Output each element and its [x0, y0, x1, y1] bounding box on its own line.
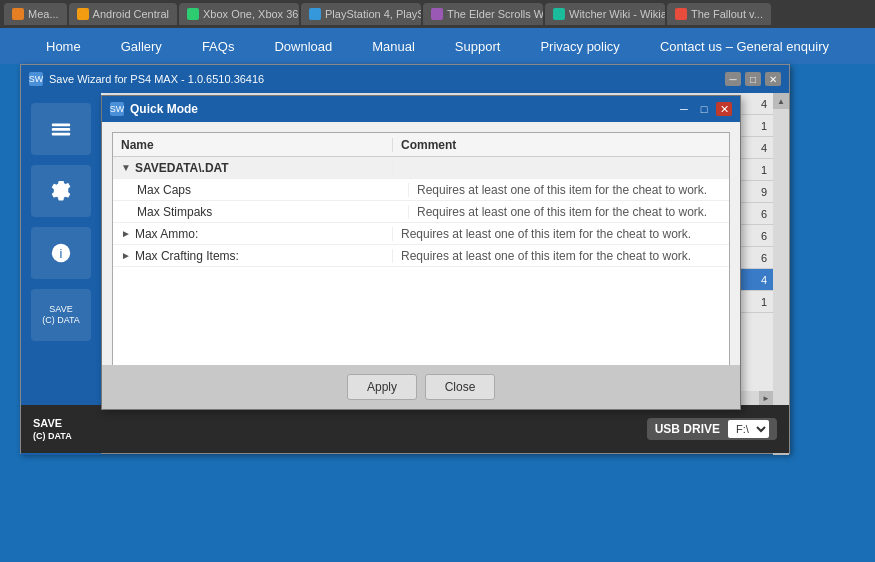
table-row-group-1[interactable]: ▼ SAVEDATA\.DAT [113, 157, 729, 179]
expand-icon-1[interactable]: ▼ [121, 162, 131, 173]
nav-download[interactable]: Download [266, 35, 340, 58]
save-wizard-title: Save Wizard for PS4 MAX - 1.0.6510.36416 [49, 73, 264, 85]
col-comment-header: Comment [393, 138, 729, 152]
nav-contact[interactable]: Contact us – General enquiry [652, 35, 837, 58]
tab-icon-7 [675, 8, 687, 20]
save-wizard-sidebar: i SAVE(C) DATA [21, 93, 101, 455]
tab-icon-4 [309, 8, 321, 20]
qm-minimize-button[interactable]: ─ [676, 102, 692, 116]
nav-home[interactable]: Home [38, 35, 89, 58]
quick-mode-titlebar: SW Quick Mode ─ □ ✕ [102, 96, 740, 122]
browser-tab-1[interactable]: Mea... [4, 3, 67, 25]
expand-icon-ammo[interactable]: ► [121, 228, 131, 239]
svg-rect-2 [52, 133, 70, 136]
browser-tab-4[interactable]: PlayStation 4, PlaySta... [301, 3, 421, 25]
close-button[interactable]: ✕ [765, 72, 781, 86]
quick-mode-dialog: SW Quick Mode ─ □ ✕ Name Comment [101, 95, 741, 410]
quick-mode-title: Quick Mode [130, 102, 198, 116]
browser-tabs: Mea... Android Central Xbox One, Xbox 36… [0, 0, 875, 28]
sidebar-save[interactable]: SAVE(C) DATA [31, 289, 91, 341]
apply-button[interactable]: Apply [347, 374, 417, 400]
usb-area: USB DRIVE F:\ [647, 418, 777, 440]
browser-tab-2[interactable]: Android Central [69, 3, 177, 25]
tab-icon-6 [553, 8, 565, 20]
minimize-button[interactable]: ─ [725, 72, 741, 86]
info-icon: i [50, 242, 72, 264]
table-row-max-crafting[interactable]: ► Max Crafting Items: Requires at least … [113, 245, 729, 267]
sidebar-settings[interactable] [31, 165, 91, 217]
save-label: SAVE(C) DATA [33, 417, 72, 441]
main-background: SW Save Wizard for PS4 MAX - 1.0.6510.36… [0, 64, 875, 562]
nav-bar: Home Gallery FAQs Download Manual Suppor… [0, 28, 875, 64]
save-wizard-controls: ─ □ ✕ [725, 72, 781, 86]
qm-maximize-button[interactable]: □ [696, 102, 712, 116]
browser-tab-6[interactable]: Witcher Wiki - Wikia [545, 3, 665, 25]
usb-label: USB DRIVE [655, 422, 720, 436]
col-name-header: Name [113, 138, 393, 152]
sidebar-toggle[interactable] [31, 103, 91, 155]
nav-gallery[interactable]: Gallery [113, 35, 170, 58]
table-header: Name Comment [113, 133, 729, 157]
qm-close-button[interactable]: ✕ [716, 102, 732, 116]
sidebar-info[interactable]: i [31, 227, 91, 279]
quick-mode-table: Name Comment ▼ SAVEDATA\.DAT [112, 132, 730, 367]
nav-faqs[interactable]: FAQs [194, 35, 243, 58]
table-row-max-caps[interactable]: Max Caps Requires at least one of this i… [113, 179, 729, 201]
nav-support[interactable]: Support [447, 35, 509, 58]
save-wizard-window: SW Save Wizard for PS4 MAX - 1.0.6510.36… [20, 64, 790, 454]
save-wizard-icon: SW [29, 72, 43, 86]
maximize-button[interactable]: □ [745, 72, 761, 86]
svg-rect-1 [52, 128, 70, 131]
nav-privacy[interactable]: Privacy policy [532, 35, 627, 58]
dialog-buttons: Apply Close [102, 365, 740, 409]
browser-tab-3[interactable]: Xbox One, Xbox 360 [179, 3, 299, 25]
browser-tab-7[interactable]: The Fallout v... [667, 3, 771, 25]
usb-drive-select[interactable]: F:\ [728, 420, 769, 438]
tab-icon-1 [12, 8, 24, 20]
svg-text:i: i [60, 246, 63, 261]
scroll-right-button[interactable]: ► [759, 391, 773, 405]
tab-icon-2 [77, 8, 89, 20]
scroll-track[interactable] [773, 109, 789, 439]
quick-mode-icon: SW [110, 102, 124, 116]
tab-icon-3 [187, 8, 199, 20]
svg-rect-0 [52, 124, 70, 127]
expand-icon-crafting[interactable]: ► [121, 250, 131, 261]
scroll-up-button[interactable]: ▲ [773, 93, 789, 109]
table-body: ▼ SAVEDATA\.DAT Max Caps Requires at lea… [113, 157, 729, 366]
gear-icon [50, 180, 72, 202]
tab-icon-5 [431, 8, 443, 20]
sidebar-save-label: SAVE(C) DATA [42, 304, 80, 326]
browser-tab-5[interactable]: The Elder Scrolls Wiki [423, 3, 543, 25]
status-bar: SAVE(C) DATA USB DRIVE F:\ [21, 405, 789, 453]
table-row-max-ammo[interactable]: ► Max Ammo: Requires at least one of thi… [113, 223, 729, 245]
save-wizard-titlebar: SW Save Wizard for PS4 MAX - 1.0.6510.36… [21, 65, 789, 93]
toggle-icon [50, 118, 72, 140]
nav-manual[interactable]: Manual [364, 35, 423, 58]
table-row-max-stimpaks[interactable]: Max Stimpaks Requires at least one of th… [113, 201, 729, 223]
close-dialog-button[interactable]: Close [425, 374, 495, 400]
vertical-scrollbar[interactable]: ▲ ▼ [773, 93, 789, 455]
